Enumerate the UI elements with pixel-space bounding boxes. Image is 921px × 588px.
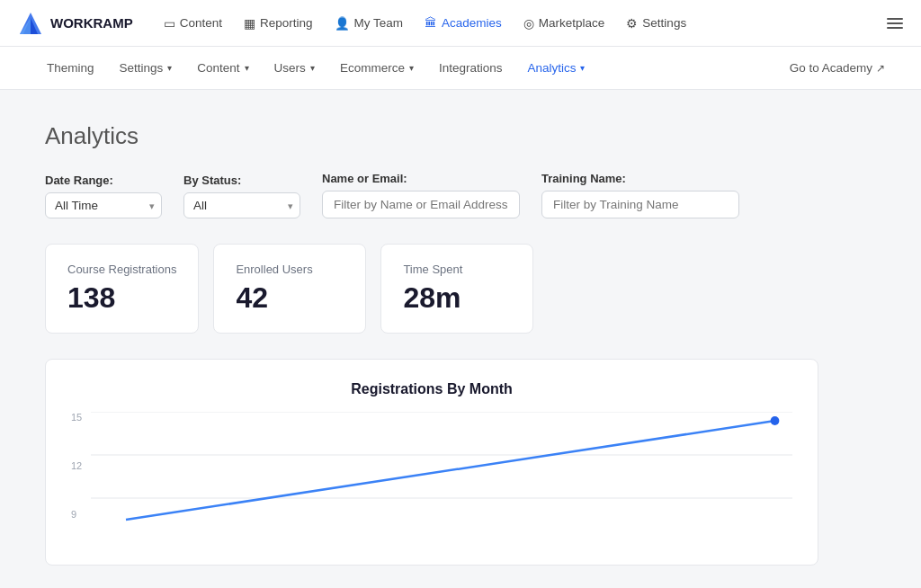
nav-content[interactable]: ▭ Content [155,11,231,36]
y-label-9: 9 [71,509,91,520]
logo-text: WORKRAMP [50,15,133,31]
users-chevron-icon: ▾ [310,63,315,73]
settings-nav-icon: ⚙ [626,16,638,31]
date-range-filter: Date Range: All Time Last 7 Days Last 30… [45,174,162,218]
marketplace-icon: ◎ [523,16,534,31]
stats-row: Course Registrations 138 Enrolled Users … [45,244,876,334]
sub-nav-ecommerce[interactable]: Ecommerce ▾ [329,56,425,80]
reporting-icon: ▦ [244,16,255,31]
ecommerce-chevron-icon: ▾ [409,63,414,73]
stat-card-enrolled-users: Enrolled Users 42 [213,244,366,334]
nav-reporting[interactable]: ▦ Reporting [235,11,322,36]
training-name-label: Training Name: [541,172,739,185]
training-name-input[interactable] [541,191,739,218]
filters-row: Date Range: All Time Last 7 Days Last 30… [45,172,876,218]
course-registrations-value: 138 [67,281,176,315]
y-label-12: 12 [71,460,91,471]
hamburger-menu[interactable] [887,18,903,29]
course-registrations-label: Course Registrations [67,263,176,276]
svg-point-7 [771,416,780,425]
name-email-label: Name or Email: [322,172,520,185]
sub-nav-theming[interactable]: Theming [36,56,105,80]
top-nav-links: ▭ Content ▦ Reporting 👤 My Team 🏛 Academ… [155,11,865,36]
nav-my-team[interactable]: 👤 My Team [326,11,413,36]
chart-area: 15 12 9 [71,412,792,556]
logo[interactable]: WORKRAMP [18,11,133,36]
chart-svg-container [91,412,792,531]
enrolled-users-value: 42 [236,281,344,315]
nav-marketplace[interactable]: ◎ Marketplace [514,11,614,36]
sub-nav-integrations[interactable]: Integrations [428,56,514,80]
chart-title: Registrations By Month [71,381,792,397]
nav-academies[interactable]: 🏛 Academies [416,11,511,35]
content-icon: ▭ [164,16,175,31]
main-content: Analytics Date Range: All Time Last 7 Da… [0,90,921,588]
date-range-select[interactable]: All Time Last 7 Days Last 30 Days Last 9… [45,192,162,218]
sub-nav-settings[interactable]: Settings ▾ [109,56,183,80]
nav-settings[interactable]: ⚙ Settings [617,11,695,36]
name-email-filter: Name or Email: [322,172,520,218]
academies-icon: 🏛 [425,16,437,30]
by-status-label: By Status: [183,174,300,187]
analytics-chevron-icon: ▾ [580,63,585,73]
stat-card-course-registrations: Course Registrations 138 [45,244,199,334]
enrolled-users-label: Enrolled Users [236,263,344,276]
content-chevron-icon: ▾ [245,63,249,73]
sub-nav-content[interactable]: Content ▾ [186,56,259,80]
settings-chevron-icon: ▾ [167,63,172,73]
time-spent-label: Time Spent [403,263,511,276]
date-range-select-wrapper: All Time Last 7 Days Last 30 Days Last 9… [45,192,162,218]
by-status-select[interactable]: All Completed In Progress Not Started [183,192,300,218]
chart-svg [91,412,792,529]
y-label-15: 15 [71,412,91,423]
time-spent-value: 28m [403,281,511,315]
name-email-input[interactable] [322,191,520,218]
external-link-icon: ↗ [876,62,885,75]
date-range-label: Date Range: [45,174,162,187]
by-status-select-wrapper: All Completed In Progress Not Started [183,192,300,218]
sub-nav: Theming Settings ▾ Content ▾ Users ▾ Eco… [0,47,921,90]
svg-line-6 [126,421,775,520]
page-title: Analytics [45,122,876,150]
top-nav: WORKRAMP ▭ Content ▦ Reporting 👤 My Team… [0,0,921,47]
sub-nav-analytics[interactable]: Analytics ▾ [516,56,595,80]
chart-card: Registrations By Month 15 12 9 [45,359,818,566]
training-name-filter: Training Name: [541,172,739,218]
myteam-icon: 👤 [335,16,350,31]
sub-nav-users[interactable]: Users ▾ [264,56,326,80]
go-to-academy-link[interactable]: Go to Academy ↗ [790,61,885,75]
by-status-filter: By Status: All Completed In Progress Not… [183,174,300,218]
stat-card-time-spent: Time Spent 28m [380,244,533,334]
